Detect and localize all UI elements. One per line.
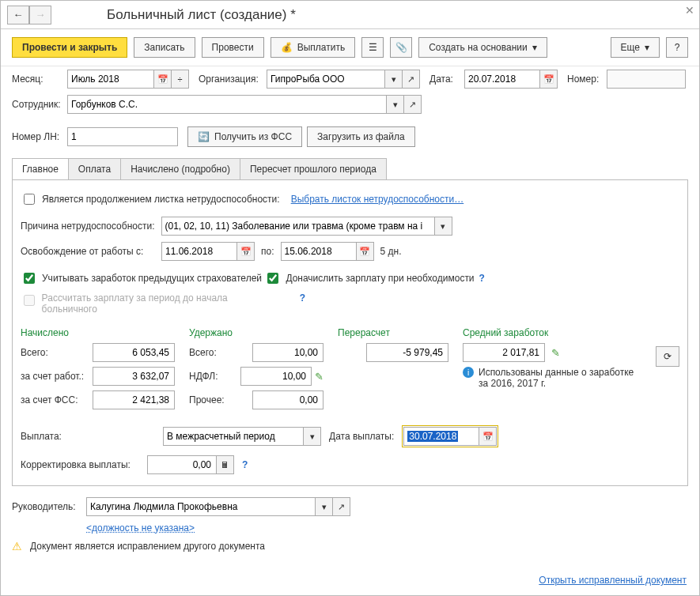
load-from-file-button[interactable]: Загрузить из файла [307, 126, 415, 147]
get-fss-label: Получить из ФСС [214, 131, 292, 142]
continuation-checkbox[interactable] [24, 194, 35, 205]
accrue-label: Доначислить зарплату при необходимости [286, 273, 474, 284]
open-corrected-link[interactable]: Открыть исправленный документ [539, 575, 687, 586]
pay-date-input[interactable]: 30.07.2018 [403, 427, 479, 446]
more-label: Еще [621, 42, 640, 53]
tab-accrued-detail[interactable]: Начислено (подробно) [120, 158, 240, 179]
refresh-button[interactable]: ⟳ [656, 346, 679, 367]
pay-date-value: 30.07.2018 [407, 431, 458, 442]
close-icon[interactable]: ✕ [685, 4, 694, 17]
open-icon[interactable]: ↗ [333, 497, 350, 516]
calculator-icon[interactable]: 🖩 [217, 455, 234, 474]
info-icon: i [463, 367, 474, 378]
warning-text: Документ является исправлением другого д… [30, 541, 265, 552]
accrued-employer-input[interactable] [93, 367, 175, 386]
refresh-icon: 🔄 [198, 131, 210, 142]
date-to-label: по: [261, 246, 274, 257]
days-label: 5 дн. [380, 246, 402, 257]
create-based-on-button[interactable]: Создать на основании ▾ [418, 37, 547, 58]
pencil-icon[interactable]: ✎ [315, 371, 324, 383]
post-button[interactable]: Провести [202, 37, 264, 58]
accrued-fss-input[interactable] [93, 390, 175, 409]
pencil-icon[interactable]: ✎ [551, 347, 560, 359]
payment-type-input[interactable] [163, 427, 304, 446]
tab-recalc[interactable]: Пересчет прошлого периода [240, 158, 387, 179]
correction-input[interactable] [147, 455, 217, 474]
info-text: Использованы данные о заработке за 2016,… [479, 367, 645, 389]
list-icon-button[interactable]: ☰ [361, 37, 384, 58]
nav-back-button[interactable]: ← [7, 6, 29, 25]
number-label: Номер: [567, 74, 602, 85]
date-to-input[interactable] [281, 242, 357, 261]
employee-input[interactable] [67, 95, 387, 114]
help-icon[interactable]: ? [242, 459, 248, 470]
use-prev-label: Учитывать заработок предыдущих страховат… [42, 273, 262, 284]
calendar-icon[interactable]: 📅 [540, 70, 558, 89]
help-icon[interactable]: ? [479, 273, 485, 284]
select-sheet-link[interactable]: Выбрать листок нетрудоспособности… [291, 194, 464, 205]
recalc-checkbox [24, 295, 35, 306]
chevron-down-icon[interactable]: ▾ [387, 95, 404, 114]
chevron-down-icon[interactable]: ▾ [435, 217, 452, 236]
ndfl-label: НДФЛ: [189, 371, 218, 382]
paperclip-icon: 📎 [395, 42, 407, 53]
chevron-down-icon[interactable]: ▾ [316, 497, 333, 516]
continuation-label: Является продолжением листка нетрудоспос… [42, 194, 280, 205]
other-input[interactable] [252, 390, 324, 409]
nav-forward-button[interactable]: → [29, 6, 51, 25]
recalc-label: Рассчитать зарплату за период до начала … [42, 292, 279, 315]
list-icon: ☰ [369, 42, 377, 53]
release-label: Освобождение от работы с: [21, 246, 155, 257]
fss-label: за счет ФСС: [21, 394, 78, 406]
more-button[interactable]: Еще ▾ [611, 37, 660, 58]
open-icon[interactable]: ↗ [404, 95, 422, 114]
spinner-icon[interactable]: ÷ [172, 70, 189, 89]
month-input[interactable] [67, 70, 154, 89]
head-input[interactable] [86, 497, 316, 516]
avg-input[interactable] [463, 343, 545, 362]
employee-label: Сотрудник: [12, 99, 62, 110]
head-label: Руководитель: [12, 501, 81, 512]
refresh-icon: ⟳ [664, 351, 672, 362]
get-from-fss-button[interactable]: 🔄 Получить из ФСС [187, 126, 302, 147]
position-link[interactable]: <должность не указана> [86, 522, 195, 534]
open-icon[interactable]: ↗ [403, 70, 420, 89]
calendar-icon[interactable]: 📅 [154, 70, 172, 89]
other-label: Прочее: [189, 394, 225, 406]
save-button[interactable]: Записать [134, 37, 195, 58]
tab-main[interactable]: Главное [12, 158, 69, 179]
withheld-total-input[interactable] [252, 343, 324, 362]
tab-payment[interactable]: Оплата [68, 158, 121, 179]
use-prev-checkbox[interactable] [24, 273, 35, 284]
date-from-input[interactable] [161, 242, 237, 261]
accrue-checkbox[interactable] [267, 273, 278, 284]
chevron-down-icon: ▾ [645, 42, 649, 53]
calendar-icon[interactable]: 📅 [237, 242, 255, 261]
reason-input[interactable] [161, 217, 435, 236]
ndfl-input[interactable] [240, 367, 312, 386]
chevron-down-icon[interactable]: ▾ [304, 427, 321, 446]
ln-label: Номер ЛН: [12, 131, 62, 142]
accrued-total-input[interactable] [93, 343, 175, 362]
chevron-down-icon: ▾ [532, 42, 537, 53]
calendar-icon[interactable]: 📅 [357, 242, 374, 261]
org-input[interactable] [267, 70, 385, 89]
accrued-header: Начислено [21, 327, 175, 338]
recalc-header: Перерасчет [338, 327, 448, 338]
pay-button[interactable]: 💰 Выплатить [271, 37, 356, 58]
ln-input[interactable] [67, 127, 178, 146]
create-based-label: Создать на основании [429, 42, 528, 53]
date-input[interactable] [464, 70, 540, 89]
recalc-input[interactable] [366, 343, 448, 362]
help-button[interactable]: ? [666, 37, 688, 58]
calendar-icon[interactable]: 📅 [479, 427, 497, 446]
chevron-down-icon[interactable]: ▾ [385, 70, 403, 89]
help-icon[interactable]: ? [300, 292, 305, 304]
withheld-header: Удержано [189, 327, 324, 338]
withheld-total-label: Всего: [189, 347, 217, 358]
employer-label: за счет работ.: [21, 371, 84, 382]
total-label: Всего: [21, 347, 48, 358]
post-and-close-button[interactable]: Провести и закрыть [12, 37, 127, 58]
number-input[interactable] [607, 70, 686, 89]
attach-button[interactable]: 📎 [390, 37, 412, 58]
